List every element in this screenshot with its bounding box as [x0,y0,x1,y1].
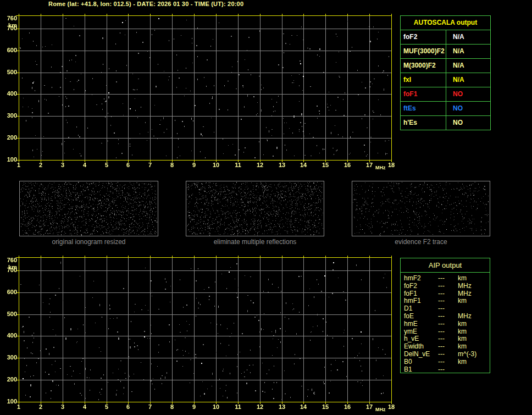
autoscala-output-table: AUTOSCALA output foF2N/AMUF(3000)F2N/AM(… [400,15,491,130]
aip-param-value: --- [438,283,458,290]
x-axis-tick-label: 2 [35,403,46,411]
aip-param-unit: km [458,343,490,351]
aip-param-unit: km [458,335,490,343]
panel-caption-original-ionogram: original ionogram resized [19,238,158,246]
y-axis-tick-label: 300 [0,354,17,361]
x-axis-tick-label: 14 [298,162,309,169]
autoscala-param-value: NO [446,87,463,101]
x-axis-tick-label: 11 [232,403,243,411]
x-axis-tick-label: 2 [35,162,46,169]
aip-param-label: foE [401,313,438,320]
aip-param-unit: m^(-3) [458,351,490,358]
x-axis-tick-label: 12 [254,403,265,411]
x-axis-tick-label: 10 [210,162,221,169]
autoscala-row: M(3000)F2N/A [401,59,490,73]
aip-row: ymE---km [401,328,490,336]
aip-row: h_vE---km [401,335,490,343]
panel-caption-eliminate-reflections: eliminate multiple reflections [186,238,324,246]
aip-row: hmE---km [401,320,490,328]
aip-table-rows: hmF2---kmfoF2---MHzfoF1---MHzhmF1---kmD1… [401,273,490,373]
aip-param-value: --- [438,290,458,298]
x-axis-tick-label: 7 [145,162,156,169]
autoscala-param-label: h'Es [401,116,446,130]
panel-eliminate-multiple-reflections [186,181,324,236]
aip-param-label: hmE [401,320,438,328]
autoscala-param-label: foF1 [401,87,446,101]
aip-param-label: foF1 [401,290,438,298]
autoscala-output-screen: Rome (lat: +41.8, lon: 012.5) - DATE: 20… [0,0,532,415]
ionogram-plot-bottom [15,253,395,408]
aip-row: foF2---MHz [401,283,490,290]
aip-row: hmF1---km [401,297,490,305]
x-axis-tick-label: 16 [342,162,353,169]
y-axis-tick-label: 600 [0,47,17,54]
autoscala-table-rows: foF2N/AMUF(3000)F2N/AM(3000)F2N/AfxIN/Af… [401,30,490,130]
autoscala-param-value: N/A [446,30,464,44]
autoscala-param-value: NO [446,116,463,130]
aip-param-label: hmF1 [401,297,438,305]
x-axis-tick-label: 18 [386,162,397,169]
autoscala-row: fxIN/A [401,73,490,87]
autoscala-row: ftEsNO [401,102,490,116]
autoscala-row: foF1NO [401,87,490,102]
panel-evidence-f2-trace [352,181,490,236]
aip-param-value: --- [438,351,458,358]
aip-param-unit: km [458,320,490,328]
x-axis-tick-label: 11 [232,162,243,169]
autoscala-param-label: foF2 [401,30,446,44]
aip-param-label: foF2 [401,283,438,290]
x-axis-tick-label: 15 [320,162,331,169]
aip-row: DelN_vE---m^(-3) [401,351,490,358]
aip-param-value: --- [438,335,458,343]
aip-row: B1--- [401,366,490,374]
panel-caption-evidence-f2: evidence F2 trace [352,238,490,246]
x-axis-tick-label: 13 [276,403,287,411]
x-axis-tick-label: 12 [254,162,265,169]
autoscala-param-label: fxI [401,73,446,87]
aip-param-unit: km [458,328,490,336]
y-axis-tick-label: 760 [0,257,17,264]
y-axis-unit-label: km [0,264,17,271]
aip-param-value: --- [438,343,458,351]
x-axis-tick-label: 9 [189,403,199,411]
x-axis-tick-label: 10 [210,403,221,411]
aip-param-unit [458,305,490,313]
aip-row: hmF2---km [401,275,490,283]
autoscala-param-value: NO [446,102,463,115]
y-axis-tick-label: 500 [0,69,17,76]
autoscala-param-value: N/A [446,73,464,87]
autoscala-row: MUF(3000)F2N/A [401,45,490,59]
x-axis-tick-label: 3 [57,162,68,169]
y-axis-tick-label: 600 [0,289,17,296]
x-axis-tick-label: 3 [57,403,68,411]
aip-param-unit: km [458,297,490,305]
aip-param-value: --- [438,328,458,336]
aip-output-table: AIP output hmF2---kmfoF2---MHzfoF1---MHz… [400,258,490,373]
x-axis-tick-label: 6 [123,403,134,411]
aip-param-unit: km [458,275,490,283]
x-axis-tick-label: 17 [364,403,375,411]
x-axis-tick-label: 8 [167,403,178,411]
x-axis-tick-label: 13 [276,162,287,169]
y-axis-tick-label: 500 [0,311,17,318]
y-axis-tick-label: 760 [0,15,17,22]
y-axis-tick-label: 300 [0,112,17,119]
y-axis-unit-label: km [0,22,17,29]
x-axis-tick-label: 4 [79,403,90,411]
aip-param-label: hmF2 [401,275,438,283]
autoscala-param-label: M(3000)F2 [401,59,446,73]
aip-param-value: --- [438,358,458,366]
aip-param-label: Ewidth [401,343,438,351]
aip-param-value: --- [438,275,458,283]
x-axis-tick-label: 5 [101,162,112,169]
x-axis-unit-label: MHz [375,165,386,170]
panel-original-ionogram-resized [19,181,158,236]
aip-param-value: --- [438,366,458,374]
aip-param-value: --- [438,320,458,328]
aip-param-value: --- [438,305,458,313]
aip-param-label: ymE [401,328,438,336]
aip-row: foF1---MHz [401,290,490,298]
aip-row: B0---km [401,358,490,366]
autoscala-param-label: MUF(3000)F2 [401,45,446,58]
aip-param-value: --- [438,297,458,305]
